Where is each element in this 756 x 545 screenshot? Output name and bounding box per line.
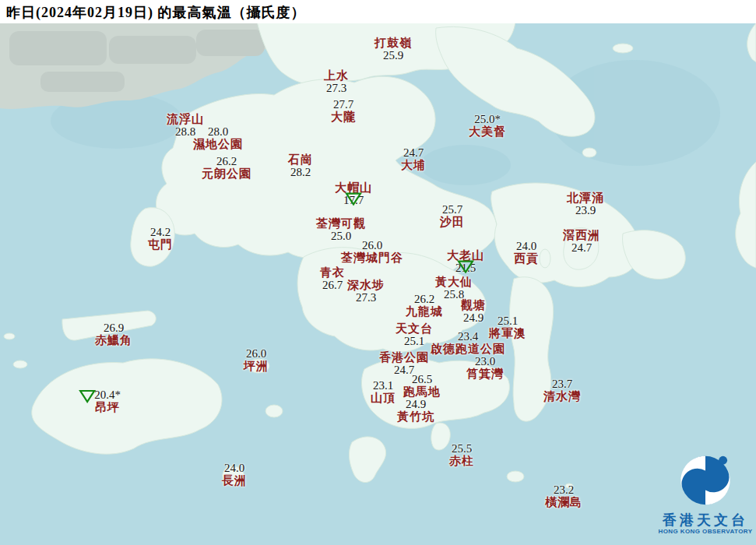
station-name: 屯門: [148, 238, 173, 251]
station-name: 北潭涌: [567, 192, 604, 204]
station-temperature: 23.0: [466, 355, 504, 367]
station-name: 山頂: [371, 392, 396, 404]
title-bar: 昨日(2024年02月19日) 的最高氣溫（攝氏度）: [0, 0, 756, 23]
station-name: 黃竹坑: [397, 410, 434, 423]
station-temperature: 24.0: [222, 462, 247, 474]
station: 天文台25.1: [396, 322, 433, 347]
station-name: 筲箕灣: [466, 367, 504, 380]
weather-map-screen: 昨日(2024年02月19日) 的最高氣溫（攝氏度） 打鼓嶺25.9上水27.3…: [0, 0, 756, 545]
station-name: 流浮山: [167, 113, 204, 125]
station-temperature: 26.9: [95, 322, 132, 334]
station-temperature: 24.7: [401, 146, 426, 159]
station-temperature: 27.3: [324, 82, 349, 94]
station-temperature: 23.7: [543, 378, 581, 390]
station: 26.0荃灣城門谷: [341, 239, 403, 264]
station-name: 荃灣城門谷: [341, 251, 403, 264]
station-temperature: 24.9: [397, 398, 434, 410]
green-triangle-marker: [344, 192, 363, 206]
station: 24.9黃竹坑: [397, 398, 434, 423]
station-temperature: 23.1: [371, 379, 396, 392]
station-name: 深水埗: [347, 279, 385, 291]
station-name: 大美督: [469, 125, 506, 138]
hko-logo-icon: [675, 450, 736, 511]
station-name: 黃大仙: [435, 276, 473, 288]
station-name: 大埔: [401, 159, 426, 171]
station-temperature: 28.0: [193, 125, 243, 138]
station: 26.5跑馬地: [403, 373, 441, 398]
station-name: 九龍城: [406, 305, 443, 318]
station-name: 將軍澳: [489, 327, 526, 339]
logo-text-zh: 香港天文台: [655, 512, 756, 528]
hko-logo: 香港天文台 HONG KONG OBSERVATORY: [655, 450, 756, 536]
station-temperature: 24.9: [461, 311, 486, 324]
station-name: 沙田: [440, 216, 465, 228]
station: 25.1將軍澳: [489, 315, 526, 339]
station: 滘西洲24.7: [563, 229, 600, 254]
station-temperature: 26.2: [406, 293, 443, 305]
station-temperature: 26.7: [320, 279, 345, 291]
station: 23.2橫瀾島: [545, 483, 582, 508]
station: 25.7沙田: [440, 203, 465, 228]
station-temperature: 23.9: [567, 204, 604, 216]
station: 26.0坪洲: [244, 347, 269, 372]
station: 26.2九龍城: [406, 293, 443, 318]
station-temperature: 26.5: [403, 373, 441, 385]
station-temperature: 23.2: [545, 483, 582, 496]
station: 大老山21.5: [447, 249, 484, 274]
station-temperature: 25.0*: [469, 113, 506, 125]
station-temperature: 24.7: [563, 241, 600, 254]
station-name: 石崗: [288, 153, 313, 166]
station-name: 長洲: [222, 474, 247, 487]
station-name: 西貢: [514, 252, 539, 265]
station-name: 啟德跑道公園: [431, 343, 505, 355]
station-name: 橫瀾島: [545, 496, 582, 508]
station-name: 赤鱲角: [95, 334, 132, 346]
station-temperature: 17.7: [335, 194, 372, 206]
station-name: 上水: [324, 69, 349, 82]
station-temperature: 25.7: [440, 203, 465, 216]
page-title: 昨日(2024年02月19日) 的最高氣溫（攝氏度）: [0, 0, 306, 22]
station-temperature: 25.9: [374, 49, 412, 62]
station-name: 濕地公園: [193, 138, 243, 150]
station: 24.7大埔: [401, 146, 426, 171]
station-name: 觀塘: [461, 299, 486, 311]
station-name: 大帽山: [335, 181, 372, 194]
station-name: 打鼓嶺: [374, 37, 412, 49]
station: 24.2屯門: [148, 226, 173, 251]
station: 24.0西貢: [514, 240, 539, 265]
station: 上水27.3: [324, 69, 349, 94]
station-temperature: 25.5: [449, 442, 474, 455]
station-temperature: 27.7: [331, 98, 356, 111]
station: 25.5赤柱: [449, 442, 474, 467]
station-temperature: 28.2: [288, 166, 313, 178]
station: 20.4*昂坪: [94, 389, 121, 413]
station-name: 大老山: [447, 249, 484, 262]
station: 深水埗27.3: [347, 279, 385, 304]
station-name: 昂坪: [94, 401, 121, 413]
station-name: 大隴: [331, 111, 356, 123]
station: 28.0濕地公園: [193, 125, 243, 150]
station: 26.2元朗公園: [202, 155, 251, 180]
station: 27.7大隴: [331, 98, 356, 123]
station-name: 青衣: [320, 266, 345, 279]
station-temperature: 27.3: [347, 291, 385, 304]
station: 25.0*大美督: [469, 113, 506, 138]
station: 23.1山頂: [371, 379, 396, 404]
station-name: 天文台: [396, 322, 433, 335]
station: 23.7清水灣: [543, 378, 581, 403]
station: 觀塘24.9: [461, 299, 486, 324]
station-temperature: 25.1: [396, 335, 433, 347]
station-temperature: 24.0: [514, 240, 539, 252]
station: 24.0長洲: [222, 462, 247, 487]
station-temperature: 26.0: [244, 347, 269, 360]
station-name: 跑馬地: [403, 385, 441, 398]
station-name: 滘西洲: [563, 229, 600, 241]
station: 打鼓嶺25.9: [374, 37, 412, 62]
station-name: 坪洲: [244, 360, 269, 372]
station: 石崗28.2: [288, 153, 313, 178]
station: 26.9赤鱲角: [95, 322, 132, 346]
station-name: 元朗公園: [202, 167, 251, 180]
station-temperature: 21.5: [447, 262, 484, 274]
station-temperature: 25.1: [489, 315, 526, 327]
green-triangle-marker: [456, 260, 475, 274]
